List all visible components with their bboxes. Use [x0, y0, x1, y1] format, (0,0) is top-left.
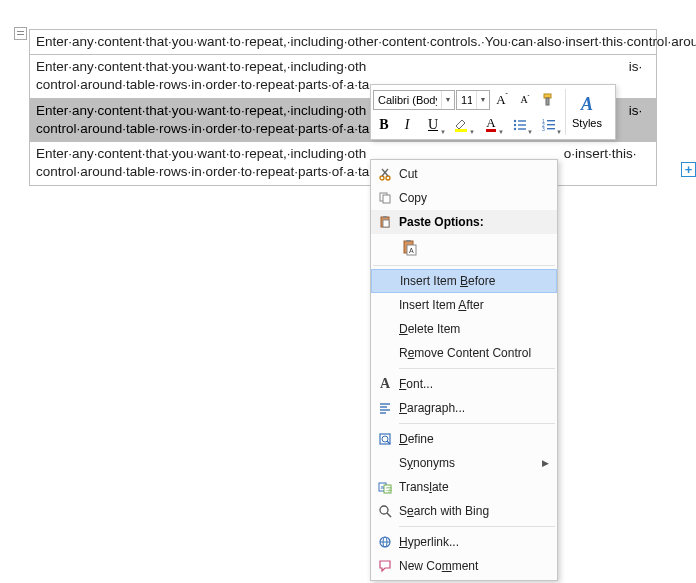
- comment-icon: [378, 559, 392, 573]
- bullets-icon: [513, 119, 527, 131]
- styles-icon: A: [581, 94, 593, 115]
- svg-point-7: [514, 127, 516, 129]
- svg-rect-6: [518, 124, 526, 125]
- menu-translate[interactable]: a字 Translate: [371, 475, 557, 499]
- menu-hyperlink[interactable]: Hyperlink...: [371, 530, 557, 554]
- svg-point-3: [514, 119, 516, 121]
- shrink-font-button[interactable]: Aˇ: [514, 89, 536, 111]
- bullets-button[interactable]: ▼: [506, 114, 534, 136]
- add-row-button[interactable]: +: [681, 162, 696, 177]
- context-menu: Cut Copy Paste Options: A Insert Item Be…: [370, 159, 558, 581]
- paste-keep-text-button[interactable]: A: [399, 237, 421, 259]
- underline-button[interactable]: U▼: [419, 114, 447, 136]
- font-name-input[interactable]: [374, 94, 441, 106]
- svg-text:3: 3: [542, 126, 545, 131]
- chevron-down-icon[interactable]: ▼: [476, 91, 489, 109]
- mini-toolbar: ▼ ▼ Aˆ Aˇ: [370, 84, 616, 140]
- svg-rect-1: [546, 98, 549, 105]
- highlight-button[interactable]: ▼: [448, 114, 476, 136]
- svg-rect-20: [383, 195, 390, 203]
- search-icon: [378, 504, 392, 518]
- hyperlink-icon: [378, 535, 392, 549]
- grow-font-button[interactable]: Aˆ: [491, 89, 513, 111]
- menu-cut[interactable]: Cut: [371, 162, 557, 186]
- separator: [373, 265, 555, 266]
- cell-text: is·: [629, 103, 643, 118]
- paste-options-row: A: [371, 234, 557, 262]
- menu-insert-item-before[interactable]: Insert Item Before: [371, 269, 557, 293]
- table-row[interactable]: Enter·any·content·that·you·want·to·repea…: [30, 30, 656, 55]
- cell-text: control·around·table·rows·in·order·to·re…: [36, 77, 369, 92]
- copy-icon: [378, 191, 392, 205]
- menu-synonyms[interactable]: Synonyms ▶: [371, 451, 557, 475]
- svg-rect-23: [383, 220, 389, 227]
- separator: [399, 423, 555, 424]
- content-control-handle[interactable]: [14, 27, 27, 40]
- svg-text:A: A: [409, 247, 414, 254]
- divider: [565, 89, 566, 135]
- menu-copy[interactable]: Copy: [371, 186, 557, 210]
- font-color-button[interactable]: A ▼: [477, 114, 505, 136]
- font-size-combo[interactable]: ▼: [456, 90, 490, 110]
- menu-font[interactable]: A Font...: [371, 372, 557, 396]
- svg-point-15: [380, 176, 384, 180]
- menu-new-comment[interactable]: New Comment: [371, 554, 557, 578]
- cut-icon: [378, 167, 392, 181]
- menu-delete-item[interactable]: Delete Item: [371, 317, 557, 341]
- svg-rect-12: [547, 124, 555, 125]
- table-row[interactable]: Enter·any·content·that·you·want·to·repea…: [30, 142, 656, 184]
- separator: [399, 526, 555, 527]
- svg-point-5: [514, 123, 516, 125]
- svg-rect-10: [547, 120, 555, 121]
- svg-rect-0: [544, 94, 551, 98]
- cell-text: control·around·table·rows·in·order·to·re…: [36, 121, 391, 136]
- menu-paragraph[interactable]: Paragraph...: [371, 396, 557, 420]
- cell-text: control·around·table·rows·in·order·to·re…: [36, 164, 369, 179]
- chevron-down-icon[interactable]: ▼: [441, 91, 454, 109]
- font-icon: A: [380, 376, 390, 392]
- italic-button[interactable]: I: [396, 114, 418, 136]
- cell-text: Enter·any·content·that·you·want·to·repea…: [36, 103, 366, 118]
- clipboard-text-icon: A: [401, 239, 419, 257]
- font-name-combo[interactable]: ▼: [373, 90, 455, 110]
- cell-text: Enter·any·content·that·you·want·to·repea…: [36, 59, 366, 74]
- menu-search-bing[interactable]: Search with Bing: [371, 499, 557, 523]
- format-painter-button[interactable]: [537, 89, 559, 111]
- paintbrush-icon: [540, 92, 556, 108]
- paragraph-icon: [378, 401, 392, 415]
- separator: [399, 368, 555, 369]
- svg-rect-2: [455, 129, 467, 132]
- menu-paste-options-header: Paste Options:: [371, 210, 557, 234]
- chevron-right-icon: ▶: [542, 458, 549, 468]
- styles-label: Styles: [572, 117, 602, 129]
- svg-line-40: [387, 513, 391, 517]
- bold-button[interactable]: B: [373, 114, 395, 136]
- svg-rect-4: [518, 120, 526, 121]
- cell-text: is·: [629, 59, 643, 74]
- numbering-button[interactable]: 1 2 3 ▼: [535, 114, 563, 136]
- define-icon: [378, 432, 392, 446]
- font-size-input[interactable]: [457, 94, 476, 106]
- svg-rect-14: [547, 128, 555, 129]
- menu-remove-content-control[interactable]: Remove Content Control: [371, 341, 557, 365]
- svg-rect-25: [406, 240, 411, 242]
- cell-text: Enter·any·content·that·you·want·to·repea…: [36, 146, 366, 161]
- numbering-icon: 1 2 3: [542, 119, 556, 131]
- cell-text: o·insert·this·: [564, 146, 637, 161]
- styles-button[interactable]: A Styles: [568, 87, 606, 135]
- svg-rect-8: [518, 128, 526, 129]
- svg-point-16: [386, 176, 390, 180]
- menu-define[interactable]: Define: [371, 427, 557, 451]
- translate-icon: a字: [378, 480, 392, 494]
- svg-point-39: [380, 506, 388, 514]
- svg-text:字: 字: [386, 486, 392, 493]
- menu-insert-item-after[interactable]: Insert Item After: [371, 293, 557, 317]
- highlight-icon: [454, 118, 470, 132]
- svg-rect-22: [383, 216, 387, 218]
- paste-icon: [378, 215, 392, 229]
